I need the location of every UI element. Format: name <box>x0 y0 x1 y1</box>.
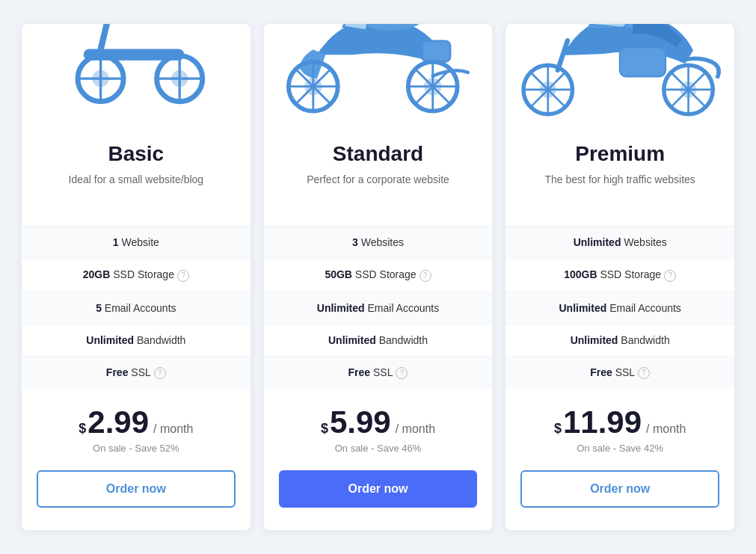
feature-text: Bandwidth <box>376 334 428 346</box>
basic-features: 1 Website20GB SSD Storage?5 Email Accoun… <box>22 226 251 389</box>
feature-bold: Unlimited <box>571 334 618 346</box>
basic-plan-description: Ideal for a small website/blog <box>54 172 219 211</box>
feature-bold: 100GB <box>564 268 597 280</box>
basic-plan-name: Basic <box>108 142 164 166</box>
feature-row: 50GB SSD Storage? <box>264 258 493 291</box>
standard-plan-name: Standard <box>333 142 423 166</box>
feature-row: Free SSL? <box>264 356 493 389</box>
price-dollar-sign: $ <box>79 421 86 437</box>
feature-bold: 20GB <box>83 268 111 280</box>
feature-row: Free SSL? <box>505 356 734 389</box>
price-period: / month <box>396 422 435 436</box>
svg-rect-19 <box>422 41 450 62</box>
price-amount: 11.99 <box>563 407 642 438</box>
standard-plan-description: Perfect for a corporate website <box>292 172 464 211</box>
standard-illustration <box>264 24 493 129</box>
premium-plan-description: The best for high traffic websites <box>530 172 710 211</box>
feature-text: SSL <box>128 366 150 378</box>
feature-text: Email Accounts <box>606 302 681 314</box>
feature-row: 100GB SSD Storage? <box>505 258 734 291</box>
help-icon[interactable]: ? <box>638 367 650 379</box>
help-icon[interactable]: ? <box>420 270 431 282</box>
pricing-container: BasicIdeal for a small website/blog1 Web… <box>15 23 741 531</box>
feature-text: Email Accounts <box>365 302 440 314</box>
plan-card-premium: PremiumThe best for high traffic website… <box>505 23 735 531</box>
basic-illustration <box>22 24 251 129</box>
premium-pricing: $11.99/ monthOn sale - Save 42% <box>505 389 734 454</box>
feature-bold: 3 <box>352 236 358 248</box>
plan-card-basic: BasicIdeal for a small website/blog1 Web… <box>21 23 251 531</box>
price-period: / month <box>646 422 686 436</box>
premium-plan-name: Premium <box>575 142 665 166</box>
feature-text: Website <box>119 236 159 248</box>
feature-row: 1 Website <box>22 226 251 258</box>
feature-bold: Free <box>348 366 371 378</box>
feature-bold: Unlimited <box>328 334 376 346</box>
basic-order-button[interactable]: Order now <box>37 470 236 508</box>
feature-bold: 1 <box>113 236 119 248</box>
feature-bold: Free <box>590 366 612 378</box>
price-display: $5.99/ month <box>279 407 478 438</box>
standard-features: 3 Websites50GB SSD Storage?Unlimited Ema… <box>264 226 493 389</box>
help-icon[interactable]: ? <box>177 270 189 282</box>
svg-rect-36 <box>620 47 666 76</box>
feature-bold: Unlimited <box>86 334 134 346</box>
feature-text: SSD Storage <box>597 268 662 280</box>
price-amount: 5.99 <box>330 407 391 438</box>
feature-row: Unlimited Email Accounts <box>505 292 734 324</box>
price-period: / month <box>153 422 193 436</box>
plan-card-standard: StandardPerfect for a corporate website3… <box>263 23 494 531</box>
feature-row: Unlimited Bandwidth <box>505 324 734 356</box>
feature-text: Bandwidth <box>134 334 185 346</box>
feature-text: SSL <box>612 366 635 378</box>
feature-text: SSD Storage <box>110 268 174 280</box>
feature-row: Unlimited Websites <box>505 226 734 258</box>
feature-bold: 50GB <box>325 268 352 280</box>
price-display: $11.99/ month <box>520 407 719 438</box>
standard-order-button[interactable]: Order now <box>279 470 478 508</box>
feature-text: SSL <box>370 366 393 378</box>
help-icon[interactable]: ? <box>664 270 676 282</box>
feature-row: Unlimited Email Accounts <box>264 292 493 324</box>
price-sale-text: On sale - Save 46% <box>279 443 478 454</box>
feature-text: Email Accounts <box>102 302 176 314</box>
price-dollar-sign: $ <box>321 421 328 437</box>
price-sale-text: On sale - Save 52% <box>37 443 236 454</box>
feature-text: SSD Storage <box>352 268 417 280</box>
help-icon[interactable]: ? <box>396 367 408 379</box>
feature-text: Bandwidth <box>618 334 669 346</box>
feature-row: Free SSL? <box>22 356 251 389</box>
price-display: $2.99/ month <box>37 407 236 438</box>
feature-row: Unlimited Bandwidth <box>22 324 251 356</box>
feature-bold: Unlimited <box>574 236 621 248</box>
price-amount: 2.99 <box>87 407 149 438</box>
svg-line-3 <box>101 23 122 49</box>
price-dollar-sign: $ <box>554 421 562 437</box>
basic-pricing: $2.99/ monthOn sale - Save 52% <box>22 389 251 454</box>
help-icon[interactable]: ? <box>154 367 166 379</box>
feature-bold: Unlimited <box>317 302 365 314</box>
feature-row: 20GB SSD Storage? <box>22 258 251 291</box>
feature-text: Websites <box>358 236 404 248</box>
standard-pricing: $5.99/ monthOn sale - Save 46% <box>264 389 493 454</box>
premium-features: Unlimited Websites100GB SSD Storage?Unli… <box>505 226 734 389</box>
feature-row: 5 Email Accounts <box>22 292 251 324</box>
feature-bold: Free <box>106 366 129 378</box>
feature-bold: Unlimited <box>559 302 606 314</box>
price-sale-text: On sale - Save 42% <box>520 443 719 454</box>
feature-row: 3 Websites <box>264 226 493 258</box>
feature-text: Websites <box>621 236 666 248</box>
premium-illustration <box>505 24 734 129</box>
feature-row: Unlimited Bandwidth <box>264 324 493 356</box>
premium-order-button[interactable]: Order now <box>520 470 719 508</box>
feature-bold: 5 <box>96 302 102 314</box>
